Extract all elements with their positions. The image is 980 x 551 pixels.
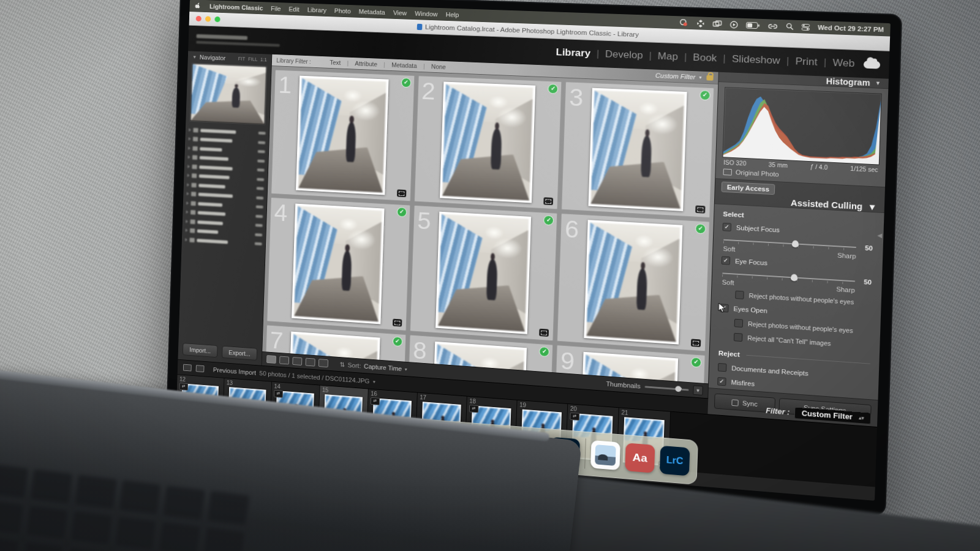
menu-edit[interactable]: Edit	[288, 6, 300, 13]
picked-check-badge[interactable]: ✓	[691, 357, 702, 367]
module-book[interactable]: Book	[693, 51, 717, 64]
folder-item[interactable]	[188, 154, 265, 164]
crop-badge-icon[interactable]	[397, 189, 406, 197]
picked-check-badge[interactable]: ✓	[699, 90, 710, 100]
folder-item[interactable]	[189, 127, 266, 137]
filter-tab-none[interactable]: None	[427, 63, 450, 71]
crop-badge-icon[interactable]	[695, 205, 705, 213]
slider-thumb[interactable]	[791, 274, 798, 281]
module-map[interactable]: Map	[658, 50, 679, 62]
slider-thumb[interactable]	[792, 240, 799, 247]
module-web[interactable]: Web	[832, 57, 854, 70]
sort-control[interactable]: ⇅ Sort: Capture Time ▾	[339, 361, 407, 373]
picked-check-badge[interactable]: ✓	[397, 207, 407, 217]
module-library[interactable]: Library	[556, 47, 590, 59]
folder-item[interactable]	[187, 172, 265, 182]
zoom-fill[interactable]: FILL	[248, 56, 258, 62]
grid-cell-5[interactable]: 5✓	[410, 205, 558, 341]
thumbnails-slider[interactable]	[645, 386, 689, 391]
grid-cell-3[interactable]: 3✓	[562, 81, 715, 218]
crop-badge-icon[interactable]	[544, 197, 554, 205]
cell-index: 5	[417, 207, 432, 235]
screenshot-icon[interactable]	[712, 20, 722, 28]
reject-without-eyes-checkbox-2[interactable]	[734, 319, 744, 328]
menu-app[interactable]: Lightroom Classic	[209, 3, 263, 12]
zoom-fit[interactable]: FIT	[238, 56, 246, 62]
module-develop[interactable]: Develop	[605, 48, 643, 61]
grid-cell-1[interactable]: 1✓	[271, 70, 415, 201]
eye-focus-checkbox[interactable]	[722, 256, 731, 264]
menu-bar-clock[interactable]: Wed Oct 29 2:27 PM	[818, 24, 884, 33]
misfires-checkbox[interactable]	[717, 377, 726, 386]
menu-metadata[interactable]: Metadata	[359, 8, 385, 16]
apple-menu-icon[interactable]	[195, 2, 202, 10]
navigator-preview[interactable]	[190, 64, 267, 125]
lightroom-classic-icon[interactable]: LrC	[660, 446, 690, 476]
crop-badge-icon[interactable]	[539, 329, 549, 337]
module-print[interactable]: Print	[795, 56, 818, 69]
picked-check-badge[interactable]: ✓	[393, 336, 403, 347]
histogram-panel[interactable]	[722, 87, 881, 165]
menu-file[interactable]: File	[271, 5, 281, 12]
control-center-icon[interactable]	[801, 23, 810, 30]
folder-item[interactable]	[186, 218, 263, 228]
export-button[interactable]: Export...	[222, 346, 257, 361]
grid-cell-6[interactable]: 6✓	[557, 213, 709, 351]
folder-item[interactable]	[186, 209, 263, 219]
compare-view-icon[interactable]	[292, 357, 302, 365]
grid-view-icon[interactable]	[266, 355, 276, 364]
module-slideshow[interactable]: Slideshow	[732, 53, 780, 67]
grid-cell-4[interactable]: 4✓	[266, 197, 410, 331]
filter-tab-text[interactable]: Text	[326, 59, 345, 66]
photos-icon[interactable]	[590, 440, 620, 470]
primary-window-icon[interactable]	[183, 364, 192, 372]
shottr-icon[interactable]	[696, 20, 704, 28]
loupe-view-icon[interactable]	[279, 356, 289, 365]
filter-tab-metadata[interactable]: Metadata	[388, 61, 421, 69]
documents-checkbox[interactable]	[718, 363, 727, 372]
import-button[interactable]: Import...	[183, 343, 218, 358]
toolbar-options-icon[interactable]: ▼	[693, 385, 703, 395]
folder-item[interactable]	[187, 163, 265, 174]
fonts-icon[interactable]: Aa	[625, 443, 655, 473]
eyes-open-checkbox[interactable]	[720, 304, 729, 312]
reject-cant-tell-checkbox[interactable]	[734, 333, 743, 342]
grid-cell-2[interactable]: 2✓	[414, 75, 562, 209]
folder-item[interactable]	[188, 145, 265, 155]
folder-item[interactable]	[185, 236, 262, 247]
zoom-1-1[interactable]: 1:1	[260, 57, 267, 63]
sort-direction-icon[interactable]: ⇅	[339, 361, 345, 369]
menu-photo[interactable]: Photo	[334, 7, 351, 15]
crop-badge-icon[interactable]	[393, 319, 402, 327]
cloud-sync-icon[interactable]	[864, 60, 880, 69]
menu-library[interactable]: Library	[307, 6, 326, 13]
picked-check-badge[interactable]: ✓	[548, 84, 559, 94]
folder-item[interactable]	[186, 200, 263, 210]
survey-view-icon[interactable]	[306, 358, 315, 367]
filter-lock-icon[interactable]	[706, 75, 713, 80]
subject-focus-checkbox[interactable]	[723, 223, 732, 231]
picked-check-badge[interactable]: ✓	[401, 78, 412, 88]
picked-check-badge[interactable]: ✓	[539, 347, 549, 357]
menu-view[interactable]: View	[393, 9, 407, 17]
people-view-icon[interactable]	[318, 359, 328, 367]
search-icon[interactable]	[786, 23, 794, 30]
screen-record-icon[interactable]	[679, 19, 688, 26]
reject-without-eyes-checkbox-1[interactable]	[735, 291, 744, 299]
folder-item[interactable]	[187, 190, 264, 201]
battery-icon[interactable]	[745, 21, 760, 28]
right-panel-toggle-icon[interactable]: ◀	[877, 232, 882, 239]
play-icon[interactable]	[729, 20, 738, 28]
crop-badge-icon[interactable]	[691, 339, 701, 347]
folder-item[interactable]	[189, 136, 266, 146]
picked-check-badge[interactable]: ✓	[543, 215, 554, 225]
folder-item[interactable]	[186, 227, 263, 238]
menu-window[interactable]: Window	[415, 10, 437, 17]
menu-help[interactable]: Help	[446, 11, 459, 18]
library-filter-preset[interactable]: Custom Filter ▾	[655, 72, 714, 81]
filter-tab-attribute[interactable]: Attribute	[351, 60, 382, 68]
picked-check-badge[interactable]: ✓	[695, 223, 706, 234]
folder-item[interactable]	[187, 181, 264, 192]
second-window-icon[interactable]	[196, 365, 205, 372]
link-icon[interactable]	[767, 23, 778, 29]
